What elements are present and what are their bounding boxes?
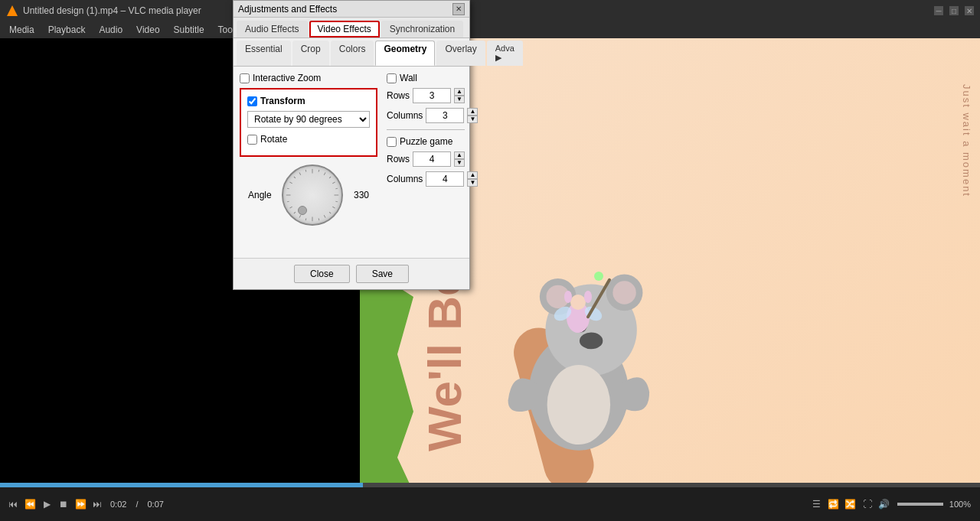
leaves-decoration — [360, 262, 413, 492]
svg-line-20 — [332, 182, 335, 184]
volume-icon[interactable]: 🔊 — [877, 497, 891, 511]
transform-dropdown[interactable]: Rotate by 90 degrees Rotate by 180 degre… — [247, 111, 370, 128]
puzzle-columns-up[interactable]: ▲ — [467, 171, 478, 179]
wall-columns-up[interactable]: ▲ — [467, 108, 478, 116]
interactive-zoom-label[interactable]: Interactive Zoom — [253, 73, 321, 83]
wall-checkbox[interactable] — [387, 73, 397, 83]
subtab-crop[interactable]: Crop — [292, 41, 329, 66]
svg-point-6 — [612, 281, 635, 304]
angle-dial[interactable] — [282, 164, 343, 226]
progress-bar[interactable] — [0, 483, 980, 487]
stop-button[interactable]: ⏹ — [57, 497, 70, 511]
wall-label[interactable]: Wall — [400, 73, 417, 83]
svg-line-34 — [329, 212, 331, 213]
dialog-title: Adjustments and Effects — [238, 4, 337, 15]
close-window-button[interactable]: ✕ — [965, 6, 974, 15]
rotate-checkbox[interactable] — [247, 135, 257, 145]
rotate-row: Rotate — [247, 134, 370, 145]
wall-columns-label: Columns — [387, 110, 423, 121]
menu-subtitle[interactable]: Subtitle — [168, 23, 211, 37]
play-button[interactable]: ▶ — [40, 497, 54, 511]
time-total: 0:07 — [144, 500, 166, 509]
svg-line-39 — [287, 188, 289, 189]
close-button[interactable]: Close — [294, 265, 350, 283]
fullscreen-button[interactable]: ⛶ — [861, 497, 874, 511]
wall-columns-input[interactable] — [426, 108, 464, 123]
skip-back-button[interactable]: ⏮ — [6, 497, 20, 511]
dialog-footer: Close Save — [234, 258, 469, 289]
wall-rows-label: Rows — [387, 90, 410, 101]
right-col: Wall Rows ▲ ▼ Columns ▲ ▼ — [381, 73, 465, 229]
volume-slider[interactable] — [897, 503, 943, 506]
svg-line-26 — [289, 207, 292, 208]
rotate-label[interactable]: Rotate — [260, 134, 287, 145]
window-title: Untitled design (1).mp4 – VLC media play… — [23, 5, 934, 16]
tab-video-effects[interactable]: Video Effects — [309, 21, 380, 37]
menu-video[interactable]: Video — [130, 23, 165, 37]
subtab-advanced[interactable]: Adva ▶ — [487, 41, 523, 66]
wall-rows-input[interactable] — [413, 88, 451, 103]
dialog-close-button[interactable]: ✕ — [452, 3, 465, 15]
minimize-button[interactable]: ─ — [934, 6, 943, 15]
transform-header: Transform — [247, 96, 370, 106]
skip-forward-button[interactable]: ⏭ — [90, 497, 104, 511]
wall-rows-down[interactable]: ▼ — [454, 96, 465, 103]
menu-media[interactable]: Media — [3, 23, 41, 37]
subtab-colors[interactable]: Colors — [331, 41, 374, 66]
svg-point-11 — [547, 365, 611, 444]
koala-area — [436, 201, 704, 492]
random-button[interactable]: 🔀 — [844, 497, 858, 511]
puzzle-checkbox[interactable] — [387, 137, 397, 147]
menu-playback[interactable]: Playback — [42, 23, 92, 37]
tab-audio-effects[interactable]: Audio Effects — [237, 21, 308, 37]
time-separator: / — [132, 500, 141, 509]
maximize-button[interactable]: □ — [949, 6, 959, 15]
tab-synchronization[interactable]: Synchronization — [381, 21, 463, 37]
wall-columns-row: Columns ▲ ▼ — [387, 108, 465, 123]
subtab-essential[interactable]: Essential — [237, 41, 291, 66]
transform-box: Transform Rotate by 90 degrees Rotate by… — [240, 88, 377, 157]
next-button[interactable]: ⏩ — [74, 497, 87, 511]
puzzle-label[interactable]: Puzzle game — [400, 136, 452, 147]
wall-columns-down[interactable]: ▼ — [467, 116, 478, 123]
angle-label: Angle — [248, 190, 279, 200]
menu-audio[interactable]: Audio — [93, 23, 129, 37]
wall-row: Wall — [387, 73, 465, 83]
loop-button[interactable]: 🔁 — [827, 497, 841, 511]
interactive-zoom-checkbox[interactable] — [240, 73, 250, 83]
koala-svg — [436, 201, 704, 492]
dial-knob[interactable] — [298, 206, 307, 215]
puzzle-columns-down[interactable]: ▼ — [467, 179, 478, 187]
subtab-geometry[interactable]: Geometry — [375, 41, 435, 66]
puzzle-columns-label: Columns — [387, 174, 423, 184]
wand-tip — [594, 272, 603, 281]
dialog-tabs-row1: Audio Effects Video Effects Synchronizat… — [234, 18, 469, 38]
puzzle-columns-input[interactable] — [426, 171, 464, 187]
svg-line-41 — [305, 170, 306, 172]
wall-columns-spinners: ▲ ▼ — [467, 108, 478, 123]
puzzle-rows-up[interactable]: ▲ — [454, 151, 465, 159]
playlist-button[interactable]: ☰ — [810, 497, 824, 511]
puzzle-rows-input[interactable] — [413, 151, 451, 167]
transform-label[interactable]: Transform — [260, 96, 305, 106]
dial-container: Angle — [248, 164, 369, 226]
wall-rows-spinners: ▲ ▼ — [454, 88, 465, 103]
dialog-title-bar: Adjustments and Effects ✕ — [234, 1, 469, 18]
transform-checkbox[interactable] — [247, 96, 257, 106]
dialog-content: Interactive Zoom Transform Rotate by 90 … — [234, 67, 469, 258]
dropdown-row: Rotate by 90 degrees Rotate by 180 degre… — [247, 111, 370, 128]
puzzle-columns-spinners: ▲ ▼ — [467, 171, 478, 187]
subtab-overlay[interactable]: Overlay — [436, 41, 485, 66]
interactive-zoom-row: Interactive Zoom — [240, 73, 377, 83]
puzzle-row: Puzzle game — [387, 136, 465, 147]
title-bar: Untitled design (1).mp4 – VLC media play… — [0, 0, 980, 21]
prev-button[interactable]: ⏪ — [23, 497, 37, 511]
svg-line-33 — [335, 201, 338, 202]
svg-line-37 — [294, 212, 296, 213]
wall-rows-row: Rows ▲ ▼ — [387, 88, 465, 103]
wall-rows-up[interactable]: ▲ — [454, 88, 465, 96]
puzzle-rows-down[interactable]: ▼ — [454, 159, 465, 167]
save-button[interactable]: Save — [356, 265, 409, 283]
dial-ticks — [283, 166, 341, 224]
svg-line-31 — [329, 177, 331, 178]
